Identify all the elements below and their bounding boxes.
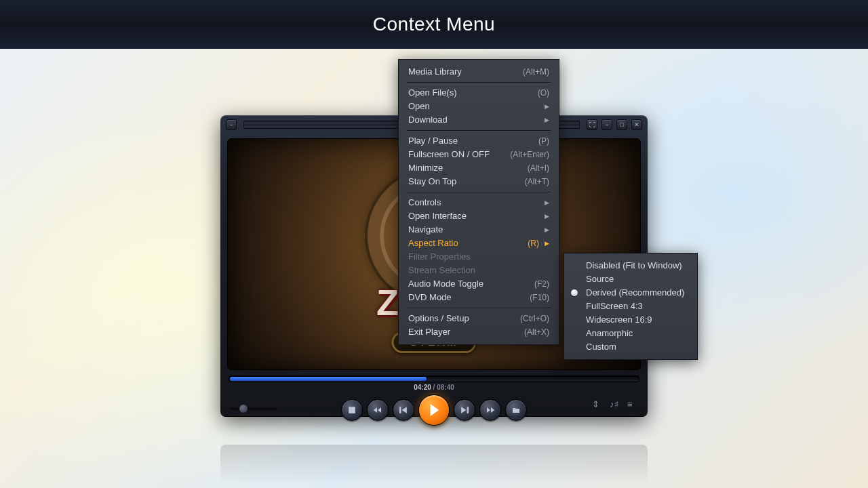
menu-item-controls[interactable]: Controls▶ bbox=[399, 196, 559, 209]
menu-item-shortcut: (F10) bbox=[530, 293, 549, 302]
menu-item-play-pause[interactable]: Play / Pause(P) bbox=[399, 134, 559, 148]
submenu-item-anamorphic[interactable]: Anamorphic bbox=[564, 327, 697, 340]
menu-item-shortcut: (Alt+X) bbox=[524, 327, 549, 337]
volume-slider[interactable] bbox=[230, 407, 277, 410]
menu-item-label: Download bbox=[408, 115, 539, 125]
menu-item-label: Stream Selection bbox=[408, 266, 549, 275]
submenu-item-label: Source bbox=[586, 274, 688, 284]
menu-item-aspect-ratio[interactable]: Aspect Ratio(R)▶ bbox=[399, 237, 559, 250]
submenu-arrow-icon: ▶ bbox=[545, 115, 549, 125]
titlebar-minimize-left[interactable]: − bbox=[226, 119, 237, 130]
svg-rect-0 bbox=[349, 407, 355, 413]
menu-item-label: Options / Setup bbox=[408, 314, 520, 323]
menu-item-options-setup[interactable]: Options / Setup(Ctrl+O) bbox=[399, 312, 559, 325]
aspect-ratio-submenu: Disabled (Fit to Window)SourceDerived (R… bbox=[564, 253, 698, 360]
submenu-arrow-icon: ▶ bbox=[545, 198, 549, 207]
dock-icon[interactable]: ⇕ bbox=[592, 399, 603, 410]
menu-item-label: Fullscreen ON / OFF bbox=[408, 150, 510, 159]
menu-item-minimize[interactable]: Minimize(Alt+I) bbox=[399, 161, 559, 175]
menu-item-fullscreen-on-off[interactable]: Fullscreen ON / OFF(Alt+Enter) bbox=[399, 148, 559, 161]
menu-item-filter-properties: Filter Properties bbox=[399, 250, 559, 264]
submenu-arrow-icon: ▶ bbox=[545, 102, 549, 111]
submenu-item-disabled-fit-to-window[interactable]: Disabled (Fit to Window) bbox=[564, 259, 697, 272]
menu-item-audio-mode-toggle[interactable]: Audio Mode Toggle(F2) bbox=[399, 277, 559, 291]
titlebar-maximize-button[interactable]: □ bbox=[616, 119, 627, 130]
menu-item-label: Open bbox=[408, 102, 539, 111]
submenu-arrow-icon: ▶ bbox=[545, 211, 549, 221]
menu-item-dvd-mode[interactable]: DVD Mode(F10) bbox=[399, 291, 559, 304]
menu-separator bbox=[407, 192, 551, 192]
menu-item-label: Navigate bbox=[408, 225, 539, 235]
menu-item-open-file-s[interactable]: Open File(s)(O) bbox=[399, 86, 559, 100]
time-display: 04:20 / 08:40 bbox=[220, 384, 648, 391]
menu-item-shortcut: (P) bbox=[538, 136, 549, 146]
menu-item-navigate[interactable]: Navigate▶ bbox=[399, 223, 559, 237]
submenu-item-label: Derived (Recommended) bbox=[586, 288, 688, 298]
page-title: Context Menu bbox=[373, 14, 495, 35]
time-total: 08:40 bbox=[437, 384, 454, 391]
menu-item-stream-selection: Stream Selection bbox=[399, 264, 559, 277]
volume-knob[interactable] bbox=[239, 405, 248, 413]
menu-item-label: Exit Player bbox=[408, 327, 524, 337]
svg-rect-2 bbox=[467, 407, 469, 413]
titlebar-fullscreen-button[interactable]: ⛶ bbox=[587, 119, 597, 130]
menu-item-shortcut: (Alt+Enter) bbox=[510, 150, 549, 159]
menu-item-label: Media Library bbox=[408, 67, 523, 77]
time-current: 04:20 bbox=[414, 384, 431, 391]
menu-item-open-interface[interactable]: Open Interface▶ bbox=[399, 209, 559, 223]
seek-bar[interactable] bbox=[229, 375, 639, 382]
menu-item-label: Play / Pause bbox=[408, 136, 538, 146]
titlebar-close-button[interactable]: ✕ bbox=[631, 119, 642, 130]
menu-item-shortcut: (R) bbox=[528, 239, 539, 248]
submenu-item-label: Custom bbox=[586, 342, 688, 352]
menu-item-label: Audio Mode Toggle bbox=[408, 279, 534, 289]
menu-item-label: Open File(s) bbox=[408, 88, 538, 98]
menu-item-label: DVD Mode bbox=[408, 293, 530, 302]
menu-separator bbox=[407, 130, 551, 131]
menu-item-shortcut: (Alt+T) bbox=[525, 177, 549, 186]
menu-item-media-library[interactable]: Media Library(Alt+M) bbox=[399, 65, 559, 79]
menu-item-shortcut: (F2) bbox=[534, 279, 549, 289]
submenu-item-custom[interactable]: Custom bbox=[564, 340, 697, 354]
menu-item-shortcut: (Alt+I) bbox=[528, 163, 549, 173]
equalizer-icon[interactable]: ♪♯ bbox=[610, 399, 620, 410]
menu-item-label: Aspect Ratio bbox=[408, 239, 528, 248]
menu-item-shortcut: (O) bbox=[538, 88, 549, 98]
seek-progress bbox=[230, 377, 427, 381]
menu-item-label: Controls bbox=[408, 198, 539, 207]
menu-item-download[interactable]: Download▶ bbox=[399, 113, 559, 127]
menu-item-label: Filter Properties bbox=[408, 252, 549, 262]
menu-item-open[interactable]: Open▶ bbox=[399, 100, 559, 113]
menu-item-shortcut: (Alt+M) bbox=[523, 67, 549, 77]
playlist-icon[interactable]: ≡ bbox=[627, 399, 638, 410]
submenu-item-derived-recommended[interactable]: Derived (Recommended) bbox=[564, 286, 697, 300]
menu-item-shortcut: (Ctrl+O) bbox=[520, 314, 549, 323]
submenu-item-label: Widescreen 16:9 bbox=[586, 315, 688, 325]
submenu-arrow-icon: ▶ bbox=[545, 225, 549, 235]
svg-rect-1 bbox=[399, 407, 401, 413]
menu-item-exit-player[interactable]: Exit Player(Alt+X) bbox=[399, 325, 559, 339]
titlebar-minimize-button[interactable]: − bbox=[601, 119, 612, 130]
menu-item-label: Open Interface bbox=[408, 211, 539, 221]
page-header: Context Menu bbox=[0, 0, 868, 49]
submenu-arrow-icon: ▶ bbox=[545, 239, 549, 248]
context-menu: Media Library(Alt+M)Open File(s)(O)Open▶… bbox=[398, 59, 559, 345]
player-reflection bbox=[220, 418, 648, 485]
submenu-item-label: FullScreen 4:3 bbox=[586, 302, 688, 311]
volume-control[interactable] bbox=[230, 407, 277, 410]
menu-item-stay-on-top[interactable]: Stay On Top(Alt+T) bbox=[399, 175, 559, 188]
submenu-item-source[interactable]: Source bbox=[564, 272, 697, 286]
submenu-item-widescreen-16-9[interactable]: Widescreen 16:9 bbox=[564, 313, 697, 327]
menu-separator bbox=[407, 82, 551, 83]
radio-selected-icon bbox=[571, 289, 578, 296]
menu-item-label: Stay On Top bbox=[408, 177, 525, 186]
submenu-item-label: Disabled (Fit to Window) bbox=[586, 261, 688, 270]
submenu-item-label: Anamorphic bbox=[586, 329, 688, 338]
menu-separator bbox=[407, 308, 551, 308]
menu-item-label: Minimize bbox=[408, 163, 528, 173]
submenu-item-fullscreen-4-3[interactable]: FullScreen 4:3 bbox=[564, 300, 697, 313]
